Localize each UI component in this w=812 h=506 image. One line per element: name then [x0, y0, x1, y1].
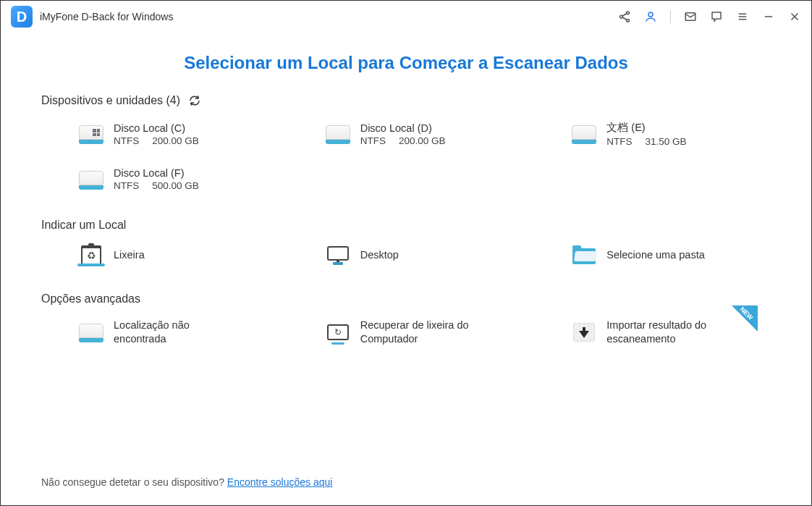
advanced-lost-location[interactable]: Localização não encontrada [41, 319, 278, 346]
section-header-advanced: Opções avançadas [41, 292, 771, 305]
advanced-label: Localização não encontrada [114, 319, 237, 346]
app-title: iMyFone D-Back for Windows [40, 11, 173, 22]
drive-fs: NTFS [360, 135, 386, 146]
titlebar: D iMyFone D-Back for Windows [1, 1, 811, 33]
section-header-devices: Dispositivos e unidades (4) [41, 93, 771, 108]
desktop-icon [326, 245, 350, 265]
separator [670, 10, 671, 23]
location-recycle-bin[interactable]: Lixeira [41, 245, 278, 265]
advanced-label: Recuperar de lixeira do Computador [360, 319, 483, 346]
drive-icon [79, 322, 103, 342]
drive-e[interactable]: 文档 (E) NTFS 31.50 GB [534, 121, 771, 147]
location-desktop[interactable]: Desktop [288, 245, 525, 265]
new-badge: NEW [732, 305, 758, 332]
drive-size: 500.00 GB [152, 180, 199, 191]
devices-grid: Disco Local (C) NTFS 200.00 GB Disco Loc… [41, 121, 771, 191]
drive-icon [79, 169, 103, 190]
location-label: Lixeira [114, 249, 145, 261]
drive-size: 200.00 GB [399, 135, 446, 146]
drive-name: Disco Local (D) [360, 122, 446, 134]
advanced-grid: Localização não encontrada Recuperar de … [41, 319, 771, 346]
svg-point-3 [648, 12, 653, 17]
mail-icon[interactable] [684, 10, 697, 23]
locations-grid: Lixeira Desktop Selecione uma pasta [41, 245, 771, 265]
minimize-icon[interactable] [762, 10, 775, 23]
drive-size: 31.50 GB [646, 136, 687, 147]
drive-name: Disco Local (C) [114, 122, 199, 134]
drive-c[interactable]: Disco Local (C) NTFS 200.00 GB [41, 121, 278, 147]
section-header-locations: Indicar um Local [41, 219, 771, 232]
import-icon [572, 322, 596, 342]
drive-icon [326, 124, 350, 144]
folder-icon [572, 245, 596, 265]
page-title: Selecionar um Local para Começar a Escan… [1, 53, 811, 73]
drive-fs: NTFS [114, 135, 139, 146]
app-logo-letter: D [17, 9, 27, 25]
drive-f[interactable]: Disco Local (F) NTFS 500.00 GB [41, 167, 278, 191]
location-label: Desktop [360, 249, 399, 261]
computer-scan-icon [326, 322, 350, 342]
advanced-recover-bin[interactable]: Recuperar de lixeira do Computador [288, 319, 525, 346]
drive-fs: NTFS [114, 180, 139, 191]
close-icon[interactable] [788, 10, 801, 23]
advanced-label: Importar resultado do escaneamento [606, 319, 729, 346]
recycle-bin-icon [79, 245, 103, 265]
drive-icon [79, 124, 103, 144]
menu-icon[interactable] [736, 10, 749, 23]
locations-header-text: Indicar um Local [41, 219, 126, 232]
share-icon[interactable] [618, 10, 631, 23]
drive-name: Disco Local (F) [114, 167, 199, 179]
footer: Não consegue detetar o seu dispositivo? … [41, 476, 332, 488]
footer-text: Não consegue detetar o seu dispositivo? [41, 476, 227, 488]
drive-name: 文档 (E) [606, 121, 686, 135]
drive-size: 200.00 GB [152, 135, 199, 146]
refresh-icon[interactable] [187, 93, 202, 108]
footer-link[interactable]: Encontre soluções aqui [227, 476, 333, 488]
app-logo: D [11, 6, 33, 28]
drive-d[interactable]: Disco Local (D) NTFS 200.00 GB [288, 121, 525, 147]
location-select-folder[interactable]: Selecione uma pasta [534, 245, 771, 265]
drive-icon [572, 124, 596, 144]
titlebar-controls [618, 10, 801, 23]
account-icon[interactable] [644, 10, 657, 23]
advanced-header-text: Opções avançadas [41, 292, 140, 305]
advanced-import-scan[interactable]: Importar resultado do escaneamento NEW [534, 319, 771, 346]
devices-header-text: Dispositivos e unidades (4) [41, 94, 180, 107]
feedback-icon[interactable] [710, 10, 723, 23]
location-label: Selecione uma pasta [606, 249, 704, 261]
drive-fs: NTFS [606, 136, 632, 147]
